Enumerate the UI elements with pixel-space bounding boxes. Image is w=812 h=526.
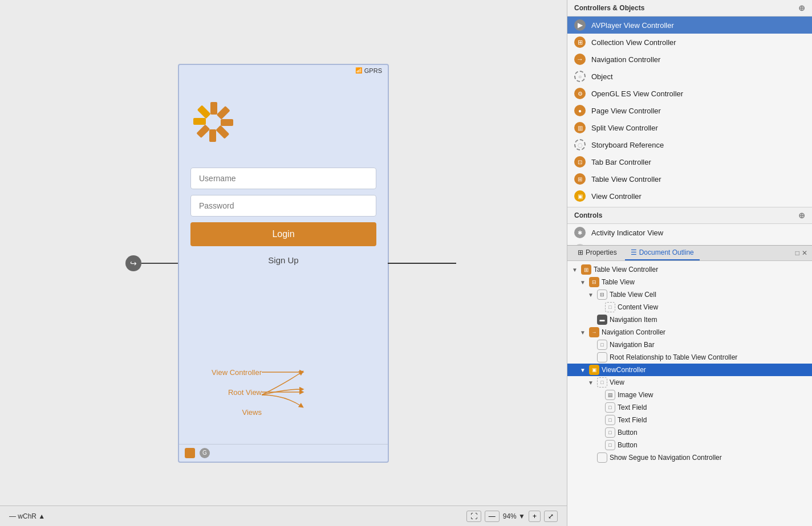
outline-tree: ▼ ⊞ Table View Controller ▼ ⊟ Table View… (567, 261, 812, 526)
storyboard-label: Storyboard Reference (591, 141, 664, 149)
icon-imageview: ▤ (605, 390, 615, 400)
outline-showsegue[interactable]: ▶ Show Segue to Navigation Controller (567, 451, 812, 464)
label-view: View (610, 378, 624, 386)
activity-icon: ✱ (574, 227, 586, 238)
outline-tableviewcontroller[interactable]: ▼ ⊞ Table View Controller (567, 263, 812, 276)
zoom-out-button[interactable]: — (485, 511, 500, 522)
controls-header-label: Controls (574, 211, 602, 219)
zoom-level: 94% ▼ (503, 512, 525, 520)
list-item-tableview[interactable]: ⊞ Table View Controller (567, 170, 812, 187)
label-navcontroller: Navigation Controller (602, 328, 665, 336)
label-viewcontroller-selected: ViewController (602, 366, 646, 374)
bottom-panel: ⊞ Properties ☰ Document Outline □ ✕ ▼ ⊞ … (567, 245, 812, 526)
tab-document-outline[interactable]: ☰ Document Outline (625, 246, 700, 260)
svg-rect-7 (197, 105, 211, 119)
svg-rect-1 (217, 105, 230, 119)
properties-label: Properties (586, 248, 617, 256)
status-left-text: — wChR ▲ (9, 512, 45, 520)
list-item-storyboard[interactable]: ◌ Storyboard Reference (567, 136, 812, 153)
storyboard-icon: ◌ (574, 139, 586, 150)
icon-button1: □ (605, 427, 615, 438)
icon-button2: □ (605, 440, 615, 450)
list-item-page[interactable]: ● Page View Controller (567, 102, 812, 119)
expand-button[interactable]: ⤢ (544, 511, 558, 522)
svg-rect-5 (196, 124, 210, 138)
list-item-button[interactable]: □ Button (567, 241, 812, 245)
icon-rootrelationship (597, 352, 607, 362)
list-item-avplayer[interactable]: ▶ AVPlayer View Controller (567, 17, 812, 34)
zoom-dropdown-arrow[interactable]: ▼ (518, 512, 525, 520)
outline-contentview[interactable]: ▶ □ Content View (567, 301, 812, 313)
tab-properties[interactable]: ⊞ Properties (572, 246, 623, 260)
phone-status-bar: 📶 GPRS (179, 65, 388, 76)
svg-rect-6 (193, 118, 206, 125)
label-button1: Button (618, 429, 638, 437)
document-icon: ☰ (631, 248, 637, 256)
properties-icon: ⊞ (578, 248, 583, 256)
list-item-viewcontroller[interactable]: ▣ View Controller (567, 187, 812, 205)
icon-tableviewcontroller: ⊞ (581, 264, 591, 275)
list-item-object[interactable]: ○ Object (567, 68, 812, 85)
status-bar: — wChR ▲ ⛶ — 94% ▼ + ⤢ (0, 505, 567, 526)
controls-header-icon[interactable]: ⊕ (798, 211, 805, 220)
controllers-header-label: Controllers & Objects (574, 4, 644, 12)
outline-view[interactable]: ▼ □ View (567, 376, 812, 389)
close-btn[interactable]: ✕ (802, 249, 807, 257)
fit-button[interactable]: ⛶ (466, 511, 481, 522)
arrow-tableviewcell: ▼ (588, 292, 595, 298)
login-button[interactable]: Login (190, 222, 376, 246)
right-arrow-line (388, 263, 456, 264)
svg-rect-3 (216, 125, 229, 138)
zoom-in-button[interactable]: + (529, 511, 541, 522)
navigation-icon: → (574, 54, 586, 65)
label-textfield1: Text Field (618, 403, 647, 411)
list-item-activity[interactable]: ✱ Activity Indicator View (567, 224, 812, 241)
list-item-navigation[interactable]: → Navigation Controller (567, 51, 812, 68)
outline-button2[interactable]: ▶ □ Button (567, 439, 812, 451)
object-icon: ○ (574, 71, 586, 82)
icon-view: □ (597, 377, 607, 388)
outline-viewcontroller-selected[interactable]: ▼ ▣ ViewController (567, 364, 812, 376)
username-field[interactable] (190, 168, 376, 189)
page-label: Page View Controller (591, 107, 661, 115)
tabbar-label: Tab Bar Controller (591, 158, 651, 166)
outline-tableviewcell[interactable]: ▼ ⊟ Table View Cell (567, 288, 812, 301)
page-icon: ● (574, 105, 586, 116)
phone-bottom-bar: G (179, 444, 388, 462)
controllers-header-icon[interactable]: ⊕ (798, 3, 805, 13)
arrow-viewcontroller-selected: ▼ (580, 367, 587, 373)
outline-textfield2[interactable]: ▶ □ Text Field (567, 414, 812, 426)
opengl-label: OpenGL ES View Controller (591, 89, 683, 98)
label-imageview: Image View (618, 391, 653, 399)
outline-imageview[interactable]: ▶ ▤ Image View (567, 389, 812, 401)
list-item-split[interactable]: ▥ Split View Controller (567, 119, 812, 136)
right-connector (388, 263, 456, 264)
icon-tableviewcell: ⊟ (597, 289, 607, 300)
outline-button1[interactable]: ▶ □ Button (567, 426, 812, 439)
list-item-collection[interactable]: ⊞ Collection View Controller (567, 34, 812, 51)
minimize-btn[interactable]: □ (795, 249, 799, 257)
zoom-controls: ⛶ — 94% ▼ + ⤢ (466, 511, 558, 522)
password-field[interactable] (190, 195, 376, 217)
list-item-opengl[interactable]: ⚙ OpenGL ES View Controller (567, 85, 812, 102)
label-navbar: Navigation Bar (610, 341, 655, 349)
object-label: Object (591, 72, 613, 81)
gprs-label: GPRS (364, 67, 382, 74)
tab-close-buttons: □ ✕ (795, 249, 807, 257)
outline-tableview[interactable]: ▼ ⊟ Table View (567, 276, 812, 288)
activity-label: Activity Indicator View (591, 229, 663, 237)
right-panel: Controllers & Objects ⊕ ▶ AVPlayer View … (567, 0, 812, 526)
svg-rect-2 (221, 119, 233, 126)
outline-navcontroller[interactable]: ▼ → Navigation Controller (567, 326, 812, 339)
outline-navbar[interactable]: ▶ □ Navigation Bar (567, 339, 812, 351)
label-tableviewcell: Table View Cell (610, 291, 656, 299)
viewcontroller-label: View Controller (591, 192, 642, 201)
svg-rect-0 (210, 102, 217, 115)
outline-textfield1[interactable]: ▶ □ Text Field (567, 401, 812, 414)
viewcontroller-icon: ▣ (574, 190, 586, 202)
signup-link[interactable]: Sign Up (268, 255, 298, 265)
outline-navitem[interactable]: ▶ ▬ Navigation Item (567, 313, 812, 326)
outline-rootrelationship[interactable]: ▶ Root Relationship to Table View Contro… (567, 351, 812, 364)
list-item-tabbar[interactable]: ⊡ Tab Bar Controller (567, 153, 812, 170)
controllers-section-header: Controllers & Objects ⊕ (567, 0, 812, 17)
